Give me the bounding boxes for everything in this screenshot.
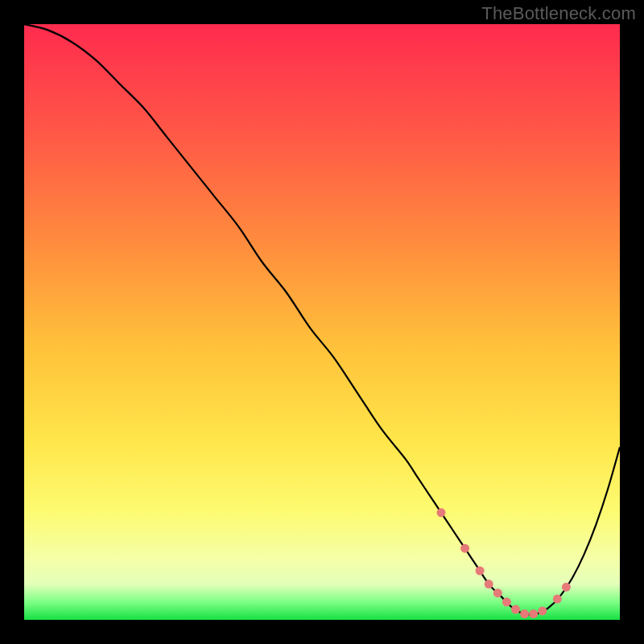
curve-marker-dot [520,609,529,618]
curve-marker-dot [511,605,520,614]
curve-marker-dot [460,544,469,553]
curve-marker-dot [493,588,502,597]
curve-marker-dot [476,567,485,576]
curve-marker-dot [502,597,511,606]
curve-marker-dot [485,580,493,588]
curve-marker-dot [538,606,547,615]
curve-line [24,24,620,615]
plot-area [24,24,620,620]
curve-marker-dot [437,508,446,517]
curve-marker-dot [553,595,562,604]
watermark-text: TheBottleneck.com [481,3,636,24]
curve-marker-dot [562,583,571,592]
bottleneck-curve [24,24,620,620]
curve-marker-dot [529,609,538,618]
curve-markers [437,508,571,618]
chart-frame: TheBottleneck.com [0,0,644,644]
